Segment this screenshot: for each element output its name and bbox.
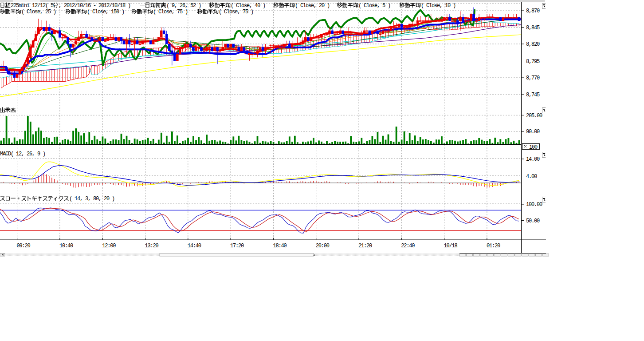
svg-text:4.00: 4.00: [526, 174, 537, 180]
svg-text:50.00: 50.00: [526, 218, 540, 224]
svg-text:8,745: 8,745: [526, 92, 540, 98]
svg-text:8,870: 8,870: [526, 8, 540, 14]
svg-text:01:20: 01:20: [487, 243, 500, 249]
svg-text:( Close, 40 ): ( Close, 40 ): [231, 3, 265, 9]
svg-text:100: 100: [529, 144, 538, 151]
svg-text:8,820: 8,820: [526, 41, 540, 48]
svg-text:( Close, 150 ): ( Close, 150 ): [87, 9, 124, 15]
svg-text:12:00: 12:00: [102, 243, 116, 249]
svg-text:( Close, 10 ): ( Close, 10 ): [421, 3, 456, 9]
svg-text:90.00: 90.00: [526, 129, 540, 135]
svg-text:( Close, 20 ): ( Close, 20 ): [295, 3, 330, 9]
svg-text:( 14, 3, 80, 20 ): ( 14, 3, 80, 20 ): [69, 196, 114, 202]
svg-text:17:20: 17:20: [230, 243, 244, 249]
svg-text:MACD( 12, 26, 9 ): MACD( 12, 26, 9 ): [0, 151, 45, 157]
svg-text:205.00: 205.00: [526, 113, 542, 119]
svg-text:( Close, 75 ): ( Close, 75 ): [153, 9, 188, 15]
svg-text:21:20: 21:20: [358, 243, 372, 249]
svg-text:100.00: 100.00: [526, 202, 542, 208]
svg-text:22:40: 22:40: [401, 243, 415, 249]
svg-text:8,845: 8,845: [526, 25, 540, 31]
svg-text:( Close, 25 ): ( Close, 25 ): [21, 9, 56, 15]
svg-text:( Close, 5 ): ( Close, 5 ): [358, 3, 390, 9]
svg-text:10:40: 10:40: [59, 243, 73, 249]
svg-text:13:20: 13:20: [145, 243, 159, 249]
svg-text:18:40: 18:40: [273, 243, 287, 249]
svg-text:( Close, 75 ): ( Close, 75 ): [219, 9, 253, 15]
svg-text:20:00: 20:00: [316, 243, 330, 249]
svg-text:10/18: 10/18: [444, 243, 458, 249]
svg-text:, 2012/10/16 - 2012/10/18 ): , 2012/10/16 - 2012/10/18 ): [59, 3, 130, 9]
svg-text:8,770: 8,770: [526, 75, 540, 81]
svg-text:( 9, 26, 52 ): ( 9, 26, 52 ): [166, 3, 201, 9]
svg-text:09:20: 09:20: [17, 243, 31, 249]
svg-text:14:40: 14:40: [188, 243, 201, 249]
svg-text:225mini 12/12( 5: 225mini 12/12( 5: [11, 3, 54, 9]
svg-text:14.00: 14.00: [526, 156, 540, 163]
svg-text:8,795: 8,795: [526, 59, 540, 65]
